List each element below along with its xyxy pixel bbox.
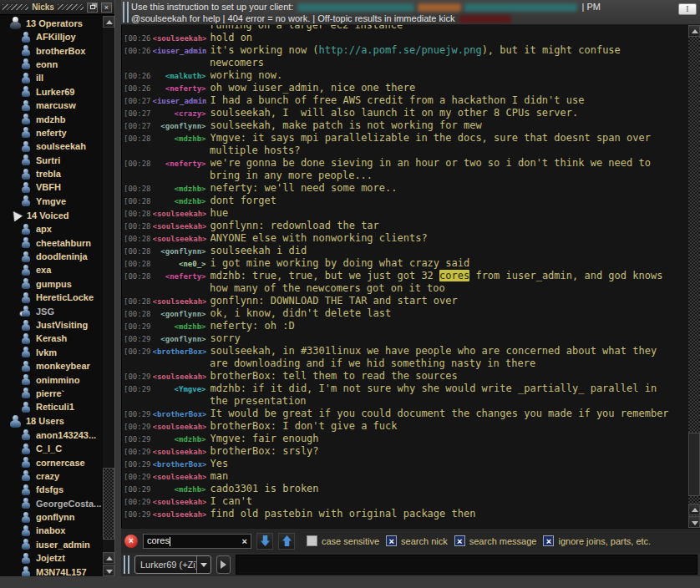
nick-list-item[interactable]: crazy [0, 469, 103, 483]
chat-nick: <neferty> [153, 160, 206, 168]
chat-message: are downloading and if we hid something … [210, 357, 700, 369]
message-text: It would be great if you could document … [211, 408, 669, 419]
chat-timestamp: [00:28 [122, 134, 151, 143]
checkbox-checked-icon[interactable]: × [386, 535, 397, 546]
nick-list-item[interactable]: eonn [0, 58, 103, 71]
close-search-icon[interactable]: × [124, 535, 138, 548]
nick-list-item[interactable]: AFKilljoy [0, 30, 103, 43]
search-option: ×search message [454, 535, 537, 546]
user-icon [22, 195, 30, 206]
chat-nick: <mdzhb> [153, 134, 206, 143]
chat-message: gonflynn: DOWNLOAD THE TAR and start ove… [211, 295, 700, 307]
chat-message: multiple hosts? [210, 144, 700, 156]
message-text: multiple hosts? [210, 144, 300, 156]
message-text: I can't [211, 495, 253, 507]
scrollbar-thumb[interactable] [103, 468, 114, 540]
nick-list-item[interactable]: cheetahburn [0, 236, 103, 249]
topic-edit-button[interactable] [678, 3, 697, 15]
nick-list-item[interactable]: gonflynn [0, 510, 103, 524]
chat-line: [00:26<iuser_admin>it's working now (htt… [122, 44, 700, 57]
search-input[interactable]: cores × [143, 534, 251, 549]
nick-list-item[interactable]: marcusw [0, 99, 103, 112]
close-icon[interactable]: × [101, 3, 112, 13]
search-highlight: cores [439, 270, 469, 281]
message-text: ANYONE else with nonworking clients? [211, 232, 428, 244]
nick-list-item[interactable]: lvkm [0, 346, 103, 359]
nick-panel-titlebar[interactable]: Nicks × [0, 0, 114, 15]
nick-list-item[interactable]: mdzhb [0, 112, 103, 125]
nick-list-item[interactable]: fdsfgs [0, 483, 103, 496]
nick-list-item[interactable]: Lurker69 [0, 85, 103, 99]
nick-name: neferty [36, 128, 67, 138]
chat-message: the presentation [210, 395, 700, 407]
nick-panel-title: Nicks [32, 3, 54, 12]
message-link[interactable]: http://a.pomf.se/pnuejw.png [319, 44, 482, 56]
scroll-up-icon[interactable] [103, 552, 114, 564]
scroll-up-icon[interactable] [688, 504, 700, 515]
nick-list-item[interactable]: ill [0, 71, 103, 84]
nick-list-item[interactable]: iuser_admin [0, 538, 103, 551]
chat-message: Yes [211, 458, 700, 469]
nick-list-item[interactable]: C_I_C [0, 442, 103, 455]
nick-list-item[interactable]: soulseekah [0, 139, 103, 153]
nick-list-item[interactable]: Reticuli1 [0, 400, 103, 413]
nick-list-item[interactable]: cornercase [0, 455, 103, 469]
titlebar-pattern [58, 4, 84, 10]
nick-list-item[interactable]: HereticLocke [0, 291, 103, 304]
message-text: ), but it might confuse [482, 44, 621, 56]
scroll-down-icon[interactable] [103, 565, 114, 576]
nick-list-item[interactable]: gumpus [0, 277, 103, 291]
message-text: soulseekah, in #3301linux we have people… [211, 345, 657, 357]
chat-line: how many of the newcomers got on it too [122, 282, 700, 295]
operator-group-icon [10, 17, 21, 29]
checkbox-unchecked-icon[interactable] [307, 535, 317, 546]
search-up-icon[interactable] [278, 533, 295, 550]
chat-line: the presentation [122, 395, 700, 408]
chat-message: oh wow iuser_admin, nice one there [211, 82, 700, 94]
chat-timestamp: [00:28 [122, 247, 151, 256]
send-arrow-icon[interactable] [216, 555, 231, 574]
scroll-up-icon[interactable] [103, 16, 114, 28]
nick-list-item[interactable]: doodleninja [0, 250, 103, 263]
checkbox-checked-icon[interactable]: × [454, 535, 465, 546]
redacted-text [464, 3, 577, 12]
nicklist-scrollbar[interactable] [103, 16, 114, 576]
chevron-down-icon[interactable] [196, 556, 211, 573]
search-down-icon[interactable] [256, 533, 273, 550]
chat-line: [00:29<gonflynn>sorry [122, 332, 700, 345]
nick-selector-dropdown[interactable]: Lurker69 (+Zi) [134, 555, 211, 574]
message-input[interactable] [236, 555, 697, 575]
nick-list-item[interactable]: trebla [0, 167, 103, 180]
status-strip [0, 576, 700, 588]
nick-list-item[interactable]: neferty [0, 126, 103, 139]
nick-list-item[interactable]: Jojetzt [0, 551, 103, 565]
chat-scrollbar[interactable] [688, 25, 700, 528]
nick-list-item[interactable]: pierre` [0, 387, 103, 400]
nick-list-item[interactable]: Kerash [0, 332, 103, 345]
chat-line: [00:28<soulseekah>hue [122, 207, 700, 220]
nick-list-item[interactable]: onimmino [0, 373, 103, 386]
chat-nick: <soulseekah> [153, 34, 206, 43]
scroll-up-icon[interactable] [688, 25, 700, 37]
nick-list-item[interactable]: Surtri [0, 154, 103, 167]
chat-line: [00:27<iuser_admin>I had a bunch of free… [122, 94, 700, 107]
nick-list-item[interactable]: apx [0, 222, 103, 236]
nick-list-item[interactable]: JustVisiting [0, 318, 103, 332]
scroll-down-icon[interactable] [688, 516, 700, 528]
scrollbar-thumb[interactable] [688, 433, 700, 496]
nick-list-item[interactable]: exa [0, 263, 103, 276]
clear-query-icon[interactable]: × [242, 536, 247, 546]
restore-icon[interactable] [87, 3, 98, 13]
nick-list-item[interactable]: anon143243... [0, 428, 103, 442]
nick-list-item[interactable]: JSG [0, 304, 103, 317]
nick-list-item[interactable]: monkeybear [0, 359, 103, 373]
checkbox-checked-icon[interactable]: × [543, 535, 554, 546]
nick-list-item[interactable]: inabox [0, 524, 103, 537]
nick-list-item[interactable]: brotherBox [0, 43, 103, 57]
chat-nick: <soulseekah> [153, 448, 206, 456]
nick-list-item[interactable]: GeorgeCosta... [0, 497, 103, 510]
user-icon [22, 155, 30, 165]
nick-list-item[interactable]: VBFH [0, 180, 103, 194]
nick-list-item[interactable]: Ymgve [0, 195, 103, 208]
nick-list-item[interactable]: M3N74L157 [0, 565, 103, 576]
